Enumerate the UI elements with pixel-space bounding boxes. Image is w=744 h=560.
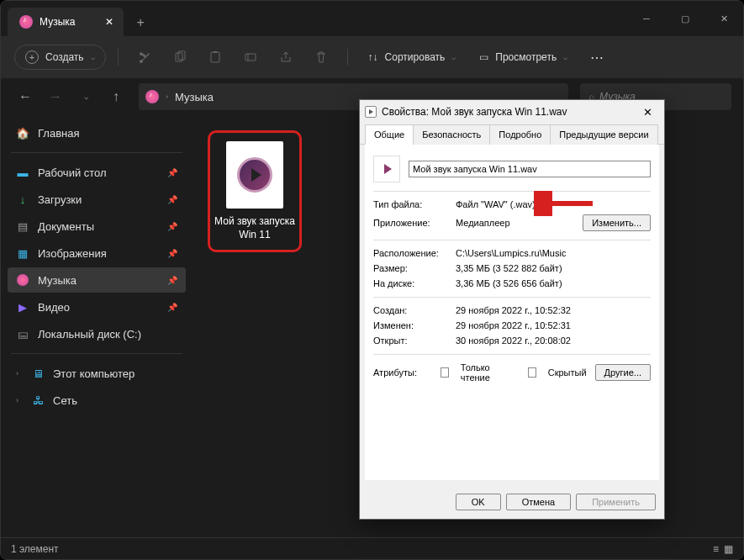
cut-button[interactable] — [130, 43, 159, 71]
dialog-title: Свойства: Мой звук запуска Win 11.wav — [382, 106, 567, 118]
app-label: Приложение: — [373, 218, 447, 228]
file-item[interactable]: Мой звук запуска Win 11 — [208, 130, 302, 252]
apply-button[interactable]: Применить — [576, 494, 656, 510]
minimize-button[interactable]: ─ — [627, 1, 666, 36]
properties-dialog: Свойства: Мой звук запуска Win 11.wav ✕ … — [359, 99, 665, 520]
titlebar: Музыка ✕ + ─ ▢ ✕ — [1, 1, 743, 36]
sidebar-label: Документы — [38, 220, 94, 233]
paste-button[interactable] — [201, 43, 230, 71]
tab-previous-versions[interactable]: Предыдущие версии — [550, 124, 657, 145]
attributes-label: Атрибуты: — [373, 367, 432, 378]
tab-strip: Общие Безопасность Подробно Предыдущие в… — [360, 124, 664, 145]
sidebar-label: Сеть — [53, 394, 77, 407]
file-name: Мой звук запуска Win 11 — [214, 215, 296, 241]
up-button[interactable]: ↑ — [103, 84, 129, 109]
pin-icon: 📌 — [167, 195, 177, 204]
dialog-footer: OK Отмена Применить — [360, 485, 664, 519]
type-label: Тип файла: — [373, 199, 447, 209]
list-view-button[interactable]: ≡ — [713, 543, 719, 555]
share-button[interactable] — [272, 43, 300, 71]
opened-value: 30 ноября 2022 г., 20:08:02 — [456, 335, 651, 346]
new-tab-button[interactable]: + — [136, 15, 144, 30]
dialog-titlebar[interactable]: Свойства: Мой звук запуска Win 11.wav ✕ — [360, 100, 664, 124]
music-icon — [145, 90, 159, 103]
created-value: 29 ноября 2022 г., 10:52:32 — [456, 305, 651, 315]
location-value: C:\Users\Lumpics.ru\Music — [456, 248, 651, 258]
documents-icon: ▤ — [16, 219, 29, 233]
sidebar-item-music[interactable]: Музыка📌 — [8, 267, 186, 293]
tab-close-button[interactable]: ✕ — [105, 16, 113, 28]
create-label: Создать — [45, 51, 84, 63]
sidebar-item-disk-c[interactable]: 🖴Локальный диск (C:) — [8, 321, 186, 346]
ok-button[interactable]: OK — [456, 494, 501, 510]
sidebar-label: Изображения — [38, 247, 107, 260]
chevron-down-icon: ⌵ — [563, 53, 567, 61]
ondisk-label: На диске: — [373, 278, 447, 288]
sidebar-item-pictures[interactable]: ▦Изображения📌 — [8, 240, 186, 266]
hidden-label: Скрытый — [548, 367, 587, 378]
sidebar-label: Загрузки — [38, 193, 82, 206]
size-value: 3,35 МБ (3 522 882 байт) — [456, 263, 651, 273]
view-icon: ▭ — [479, 51, 488, 63]
hidden-checkbox[interactable] — [528, 367, 536, 378]
play-icon — [237, 157, 272, 193]
delete-button[interactable] — [307, 43, 335, 71]
tab-general[interactable]: Общие — [365, 124, 414, 145]
sidebar-item-home[interactable]: 🏠Главная — [8, 120, 186, 145]
tab-music[interactable]: Музыка ✕ — [8, 8, 124, 36]
create-button[interactable]: + Создать ⌵ — [14, 45, 106, 70]
created-label: Создан: — [373, 305, 447, 315]
status-bar: 1 элемент ≡ ▦ — [1, 537, 743, 559]
sidebar-item-documents[interactable]: ▤Документы📌 — [8, 214, 186, 239]
grid-view-button[interactable]: ▦ — [724, 543, 733, 555]
sort-button[interactable]: ↑↓ Сортировать ⌵ — [360, 46, 465, 68]
sidebar-item-network[interactable]: ›🖧Сеть — [8, 388, 186, 413]
back-button[interactable]: ← — [13, 84, 38, 109]
sidebar-item-videos[interactable]: ▶Видео📌 — [8, 294, 186, 320]
sidebar-item-desktop[interactable]: ▬Рабочий стол📌 — [8, 160, 186, 185]
maximize-button[interactable]: ▢ — [666, 1, 704, 36]
downloads-icon: ↓ — [16, 193, 29, 206]
pin-icon: 📌 — [167, 303, 177, 312]
disk-icon: 🖴 — [16, 327, 29, 341]
filename-input[interactable] — [409, 161, 651, 177]
pin-icon: 📌 — [167, 168, 177, 177]
pin-icon: 📌 — [167, 249, 177, 258]
plus-icon: + — [25, 50, 39, 64]
svg-rect-3 — [214, 51, 217, 53]
modified-label: Изменен: — [373, 320, 447, 330]
pictures-icon: ▦ — [16, 246, 29, 260]
tab-details[interactable]: Подробно — [489, 124, 551, 145]
close-button[interactable]: ✕ — [704, 1, 743, 36]
tab-security[interactable]: Безопасность — [413, 124, 490, 145]
app-value: Медиаплеер — [456, 218, 574, 228]
music-icon — [19, 15, 33, 29]
copy-button[interactable] — [166, 43, 194, 71]
other-attributes-button[interactable]: Другие... — [595, 364, 651, 381]
sidebar-item-downloads[interactable]: ↓Загрузки📌 — [8, 187, 186, 212]
sort-label: Сортировать — [385, 51, 446, 63]
view-label: Просмотреть — [495, 51, 557, 63]
change-button[interactable]: Изменить... — [583, 214, 651, 231]
rename-button[interactable] — [236, 43, 265, 71]
dialog-close-button[interactable]: ✕ — [636, 103, 659, 121]
modified-value: 29 ноября 2022 г., 10:52:31 — [456, 320, 651, 330]
chevron-right-icon: › — [16, 396, 23, 404]
readonly-checkbox[interactable] — [441, 367, 449, 378]
sidebar-label: Рабочий стол — [38, 166, 107, 179]
view-button[interactable]: ▭ Просмотреть ⌵ — [471, 46, 576, 68]
sidebar-item-this-pc[interactable]: ›🖥Этот компьютер — [8, 361, 186, 386]
svg-rect-4 — [245, 54, 256, 61]
sort-icon: ↑↓ — [368, 51, 378, 63]
more-button[interactable]: ⋯ — [583, 43, 611, 71]
cancel-button[interactable]: Отмена — [506, 494, 571, 510]
forward-button[interactable]: → — [43, 84, 68, 109]
home-icon: 🏠 — [16, 126, 29, 140]
size-label: Размер: — [373, 263, 447, 273]
file-icon — [365, 106, 377, 118]
toolbar: + Создать ⌵ ↑↓ Сортировать ⌵ ▭ Просмотре… — [1, 36, 743, 78]
annotation-arrow-icon — [534, 191, 601, 216]
recent-chevron-icon[interactable]: ⌵ — [73, 84, 98, 109]
window-controls: ─ ▢ ✕ — [627, 1, 743, 36]
sidebar-label: Локальный диск (C:) — [38, 328, 141, 341]
